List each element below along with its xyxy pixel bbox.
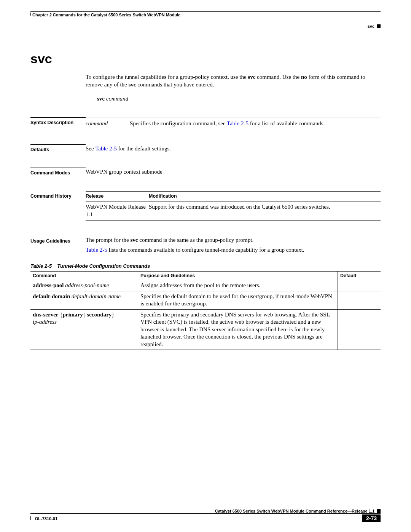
- page-footer: Catalyst 6500 Series Switch WebVPN Modul…: [30, 508, 381, 522]
- section-defaults: Defaults See Table 2-5 for the default s…: [30, 144, 381, 152]
- link-table-2-5[interactable]: Table 2-5: [227, 120, 249, 126]
- table-caption: Table 2-5 Tunnel-Mode Configuration Comm…: [30, 263, 381, 269]
- history-release: WebVPN Module Release 1.1: [86, 201, 149, 220]
- section-command-modes: Command Modes WebVPN group context submo…: [30, 168, 381, 176]
- cell-purpose: Specifies the primary and secondary DNS …: [138, 309, 338, 350]
- cell-purpose: Assigns addresses from the pool to the r…: [138, 280, 338, 291]
- footer-docnum: OL-7310-01: [33, 516, 57, 521]
- history-header-release: Release: [86, 192, 149, 201]
- section-command-history: Command History Release Modification Web…: [30, 191, 381, 220]
- usage-content: The prompt for the svc command is the sa…: [86, 236, 381, 254]
- label-syntax-description: Syntax Description: [30, 118, 86, 125]
- syntax-desc: Specifies the configuration command; see…: [130, 118, 381, 129]
- page-header: Chapter 2 Commands for the Catalyst 6500…: [30, 11, 381, 29]
- header-chapter: Chapter 2 Commands for the Catalyst 6500…: [30, 13, 180, 17]
- command-modes-content: WebVPN group context submode: [86, 168, 381, 176]
- syntax-line: svc command: [97, 96, 381, 102]
- footer-docnum-wrap: OL-7310-01: [30, 515, 57, 522]
- th-purpose: Purpose and Guidelines: [138, 272, 338, 280]
- link-table-2-5[interactable]: Table 2-5: [86, 247, 107, 253]
- marker-icon: [377, 509, 381, 513]
- cell-command: default-domain default-domain-name: [30, 291, 138, 309]
- page: Chapter 2 Commands for the Catalyst 6500…: [0, 0, 411, 532]
- link-table-2-5[interactable]: Table 2-5: [95, 145, 117, 152]
- header-chapter-text: Chapter 2 Commands for the Catalyst 6500…: [32, 13, 180, 17]
- section-usage-guidelines: Usage Guidelines The prompt for the svc …: [30, 236, 381, 254]
- syntax-param: command: [86, 118, 130, 129]
- syntax-table: command Specifies the configuration comm…: [86, 118, 381, 129]
- cell-default: [338, 280, 381, 291]
- header-topic: svc: [368, 24, 381, 29]
- label-command-history: Command History: [30, 191, 86, 199]
- tunnel-mode-commands-table: Command Purpose and Guidelines Default a…: [30, 271, 381, 350]
- history-table: Release Modification WebVPN Module Relea…: [86, 191, 381, 220]
- history-header-modification: Modification: [149, 192, 381, 201]
- cell-default: [338, 309, 381, 350]
- section-syntax-description: Syntax Description command Specifies the…: [30, 117, 381, 129]
- table-row: address-pool address-pool-name Assigns a…: [30, 280, 381, 291]
- header-topic-text: svc: [368, 24, 374, 29]
- table-row: dns-server {primary | secondary} ip-addr…: [30, 309, 381, 350]
- table-row: default-domain default-domain-name Speci…: [30, 291, 381, 309]
- page-title: svc: [30, 51, 381, 66]
- marker-icon: [377, 24, 381, 28]
- page-number-badge: 2-73: [362, 514, 381, 522]
- label-command-modes: Command Modes: [30, 168, 86, 176]
- cell-command: dns-server {primary | secondary} ip-addr…: [30, 309, 138, 350]
- footer-book-title: Catalyst 6500 Series Switch WebVPN Modul…: [215, 509, 374, 513]
- defaults-content: See Table 2-5 for the default settings.: [86, 145, 381, 152]
- label-usage-guidelines: Usage Guidelines: [30, 236, 86, 244]
- th-command: Command: [30, 272, 138, 280]
- history-modification: Support for this command was introduced …: [149, 201, 381, 220]
- cell-command: address-pool address-pool-name: [30, 280, 138, 291]
- label-defaults: Defaults: [30, 145, 86, 152]
- cell-purpose: Specifies the default domain to be used …: [138, 291, 338, 309]
- intro-paragraph: To configure the tunnel capabilities for…: [86, 73, 381, 89]
- th-default: Default: [338, 272, 381, 280]
- cell-default: [338, 291, 381, 309]
